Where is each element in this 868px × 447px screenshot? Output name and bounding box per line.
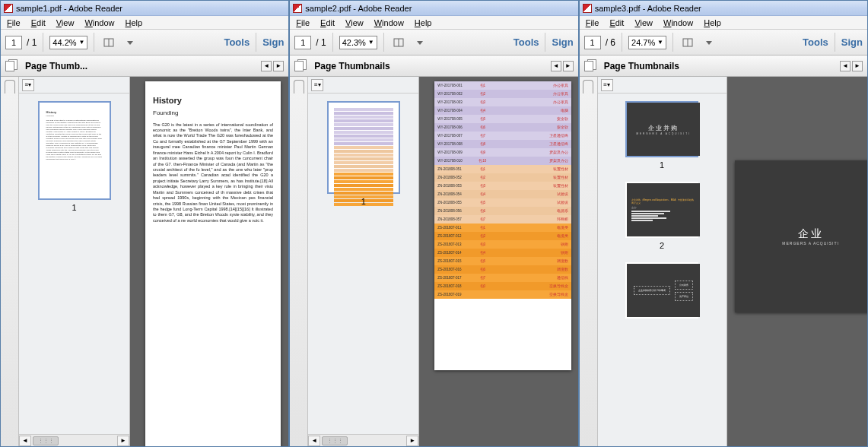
page-thumbnail[interactable] — [327, 101, 400, 194]
window-titlebar: sample2.pdf - Adobe Reader — [290, 1, 577, 16]
nav-rail — [290, 77, 308, 446]
scroll-left-icon[interactable]: ◄ — [19, 436, 31, 446]
menu-help[interactable]: Help — [704, 18, 721, 27]
page-total: / 1 — [316, 37, 326, 48]
page-thumbnail[interactable]: HistoryFoundingThe G20 is the latest in … — [38, 101, 111, 200]
thumbnail-label: 2 — [660, 241, 664, 250]
menu-view[interactable]: View — [345, 18, 364, 27]
menu-file[interactable]: File — [586, 18, 599, 27]
table-row: WY-201708-007包7卫星通信终 — [434, 132, 571, 140]
document-view[interactable]: 企业 MERGERS A ACQUISITI — [727, 77, 867, 446]
page-current-input[interactable]: 1 — [5, 36, 22, 49]
menubar: File Edit View Window Help — [290, 16, 577, 30]
thumb-options-icon[interactable]: ≡▾ — [601, 79, 613, 91]
thumb-hscroll[interactable]: ◄ ⋮⋮⋮ ► — [19, 434, 129, 446]
table-row: WY-201708-001包1办公家具 — [434, 81, 571, 90]
sign-link[interactable]: Sign — [262, 36, 284, 48]
panel-title: Page Thumbnails — [314, 61, 389, 71]
thumb-options-icon[interactable]: ≡▾ — [311, 79, 323, 91]
table-row: ZS-201807-018包0交换导线金 — [434, 282, 571, 290]
menu-edit[interactable]: Edit — [31, 18, 46, 27]
zoom-input[interactable]: 24.7%▼ — [628, 36, 666, 49]
panel-next-icon[interactable]: ► — [852, 61, 863, 71]
table-row: ZS-201807-012包2电缆类 — [434, 232, 571, 240]
dropdown-icon[interactable] — [412, 34, 428, 51]
dropdown-icon[interactable] — [122, 34, 138, 51]
menu-file[interactable]: File — [296, 18, 310, 27]
page-current-input[interactable]: 1 — [584, 36, 601, 49]
scroll-left-icon[interactable]: ◄ — [308, 436, 320, 446]
menu-window[interactable]: Window — [374, 18, 404, 27]
thumb-toolbar: ≡▾ — [19, 77, 129, 94]
panel-next-icon[interactable]: ► — [273, 61, 284, 71]
thumbnails-icon[interactable] — [5, 59, 19, 73]
thumbnails-icon[interactable] — [584, 59, 598, 73]
thumbnails-icon[interactable] — [294, 59, 308, 73]
sign-link[interactable]: Sign — [841, 36, 863, 48]
table-row: WY-201708-002包2办公家具 — [434, 90, 571, 98]
pdf-icon — [583, 4, 592, 13]
window-titlebar: sample3.pdf - Adobe Reader — [580, 1, 867, 16]
table-row: WY-201708-003包3办公家具 — [434, 98, 571, 106]
menu-view[interactable]: View — [56, 18, 75, 27]
table-row: WY-201708-008包8卫星通信终 — [434, 140, 571, 148]
attachment-icon[interactable] — [294, 80, 304, 94]
tools-link[interactable]: Tools — [803, 36, 828, 48]
page-thumbnail[interactable]: 企业并购MERGERS A ACQUISITI — [625, 101, 698, 157]
zoom-input[interactable]: 44.2%▼ — [49, 36, 87, 49]
page-thumbnail[interactable]: 企业并购（Mergers and Acquisitions，M&A）包括兼并和收… — [625, 182, 698, 238]
attachment-icon[interactable] — [5, 80, 15, 94]
menu-view[interactable]: View — [634, 18, 653, 27]
scroll-thumb[interactable]: ⋮⋮⋮ — [33, 436, 59, 445]
menu-help[interactable]: Help — [415, 18, 432, 27]
attachment-icon[interactable] — [583, 80, 593, 94]
table-row: WY-201708-004包4电脑 — [434, 106, 571, 115]
menu-edit[interactable]: Edit — [320, 18, 335, 27]
document-view[interactable]: History Founding The G20 is the latest i… — [130, 77, 288, 446]
menu-window[interactable]: Window — [663, 18, 693, 27]
menu-help[interactable]: Help — [126, 18, 143, 27]
read-mode-icon[interactable] — [679, 34, 696, 51]
tools-link[interactable]: Tools — [513, 36, 539, 48]
menu-edit[interactable]: Edit — [609, 18, 624, 27]
tools-link[interactable]: Tools — [224, 36, 250, 48]
panel-title: Page Thumb... — [25, 61, 87, 71]
read-mode-icon[interactable] — [100, 34, 117, 51]
table-row: ZS-201807-017包7通信线 — [434, 274, 571, 282]
sign-link[interactable]: Sign — [552, 36, 573, 48]
thumbnail-label: 1 — [72, 203, 76, 212]
document-view[interactable]: WY-201708-001包1办公家具WY-201708-002包2办公家具WY… — [419, 77, 577, 446]
panel-prev-icon[interactable]: ◄ — [840, 61, 851, 71]
dropdown-icon[interactable] — [701, 34, 717, 51]
window-titlebar: sample1.pdf - Adobe Reader — [1, 1, 288, 16]
thumb-hscroll[interactable]: ◄ ⋮⋮⋮ ► — [308, 434, 418, 446]
panel-prev-icon[interactable]: ◄ — [551, 61, 561, 71]
panel-prev-icon[interactable]: ◄ — [261, 61, 272, 71]
scroll-right-icon[interactable]: ► — [117, 436, 129, 446]
toolbar: 1 / 1 42.3%▼ Tools Sign — [290, 30, 577, 55]
doc-subheading: Founding — [153, 109, 273, 118]
read-mode-icon[interactable] — [390, 34, 407, 51]
menu-file[interactable]: File — [7, 18, 21, 27]
table-row: ZS-201807-015包5调度数 — [434, 257, 571, 265]
table-row: ZN-201808-052包2装置性材 — [434, 173, 571, 182]
zoom-input[interactable]: 42.3%▼ — [339, 36, 377, 49]
window-title: sample2.pdf - Adobe Reader — [305, 4, 412, 13]
pdf-icon — [4, 4, 13, 13]
page-total: / 6 — [606, 37, 615, 48]
thumbnail-list: 1 — [308, 94, 418, 434]
table-row: ZN-201808-057包7环网柜 — [434, 215, 571, 224]
table-row: WY-201708-006包6安全软 — [434, 123, 571, 132]
page-thumbnail[interactable]: 企业并购财务分析 5件事项 公司财务 资产评估 — [625, 262, 698, 319]
menu-window[interactable]: Window — [84, 18, 114, 27]
toolbar: 1 / 6 24.7%▼ Tools Sign — [580, 30, 867, 55]
panel-next-icon[interactable]: ► — [563, 61, 574, 71]
page-current-input[interactable]: 1 — [294, 36, 311, 49]
scroll-thumb[interactable]: ⋮⋮⋮ — [322, 436, 348, 445]
table-row: ZN-201808-051包1装置性材 — [434, 165, 571, 173]
thumb-options-icon[interactable]: ≡▾ — [22, 79, 34, 91]
window-title: sample3.pdf - Adobe Reader — [595, 4, 701, 13]
thumb-toolbar: ≡▾ — [598, 77, 727, 94]
menubar: File Edit View Window Help — [580, 16, 867, 30]
scroll-right-icon[interactable]: ► — [406, 436, 418, 446]
